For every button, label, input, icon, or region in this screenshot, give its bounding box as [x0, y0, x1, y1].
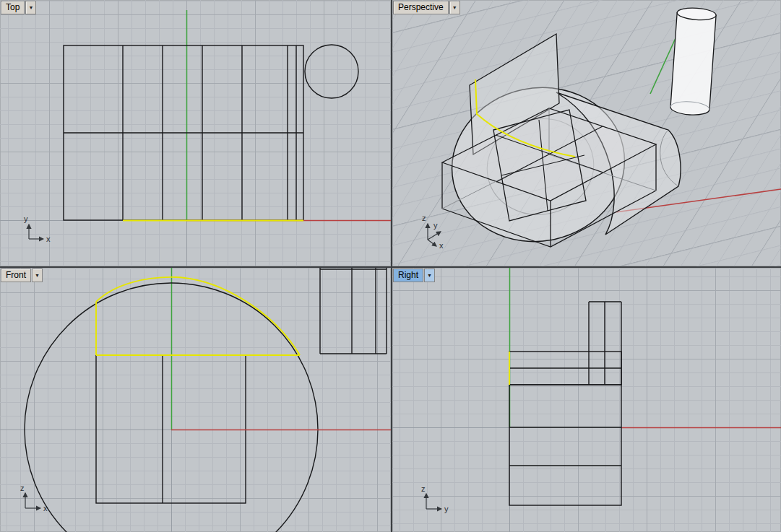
viewport-menu-arrow-icon[interactable]: ▼ [32, 269, 43, 282]
grid [392, 268, 781, 532]
viewport-label-perspective[interactable]: Perspective [393, 1, 449, 14]
viewport-menu-arrow-icon[interactable]: ▼ [25, 1, 36, 14]
viewport-label-top[interactable]: Top [1, 1, 25, 14]
viewport-label-front[interactable]: Front [1, 269, 31, 282]
top-viewport-canvas[interactable]: y x [0, 0, 391, 266]
gizmo-z-label: z [421, 484, 426, 493]
viewport-front: z x Front ▼ [0, 268, 391, 532]
front-viewport-canvas[interactable]: z x [0, 268, 391, 532]
perspective-viewport-canvas[interactable]: z y x [392, 0, 781, 266]
viewport-menu-arrow-icon[interactable]: ▼ [424, 269, 435, 282]
viewport-label-right[interactable]: Right [393, 269, 423, 282]
viewport-right: z y Right ▼ [392, 268, 781, 532]
gizmo-z-label: z [422, 214, 426, 222]
gizmo-y-label: y [433, 221, 438, 230]
gizmo-y-label: y [24, 214, 28, 223]
small-cylinder [670, 6, 716, 115]
viewport-title-chip-front: Front ▼ [1, 269, 43, 282]
right-viewport-canvas[interactable]: z y [392, 268, 781, 532]
gizmo-x-label: x [43, 504, 48, 513]
viewport-perspective: z y x Perspective ▼ [392, 0, 781, 266]
viewport-menu-arrow-icon[interactable]: ▼ [449, 1, 460, 14]
gizmo-z-label: z [20, 484, 25, 492]
rhino-four-view-workspace: y x Top ▼ [0, 0, 781, 532]
gizmo-y-label: y [444, 505, 449, 513]
grid [0, 268, 391, 532]
viewport-title-chip-top: Top ▼ [1, 1, 36, 14]
gizmo-x-label: x [439, 241, 444, 250]
viewport-title-chip-right: Right ▼ [393, 269, 435, 282]
viewport-title-chip-perspective: Perspective ▼ [393, 1, 460, 14]
viewport-top: y x Top ▼ [0, 0, 391, 266]
gizmo-x-label: x [46, 235, 51, 243]
